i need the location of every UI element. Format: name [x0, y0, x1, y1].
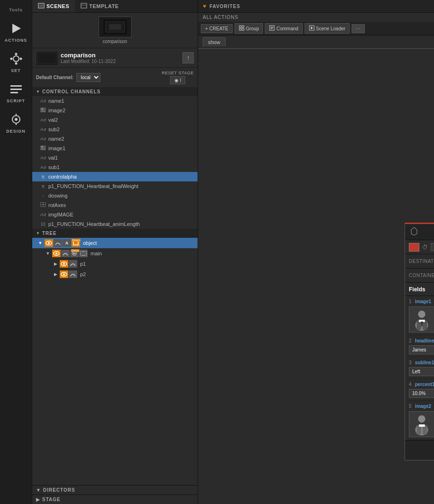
field-name-3: subline1	[415, 360, 434, 365]
svg-rect-50	[242, 28, 244, 30]
channel-p1-function-heartbeat[interactable]: π p1_FUNCTION_Heartbeat_finalWeight	[32, 181, 198, 191]
field-image-row-1: IMAGE*/nQuadDemo/portraits/portrait_02 …	[409, 306, 434, 333]
tree-row-p1[interactable]: ▶ p1	[32, 259, 198, 269]
group-label: Group	[246, 26, 259, 31]
svg-rect-49	[239, 28, 241, 30]
tree-row-p2[interactable]: ▶ p2	[32, 269, 198, 279]
tree-icons-p1	[60, 260, 77, 268]
scene-info-date: Last Modified: 10-11-2022	[61, 59, 116, 64]
script-icon	[8, 81, 25, 98]
color-swatch[interactable]	[409, 243, 419, 252]
tree-expand-p1[interactable]: ▶	[52, 261, 59, 266]
sidebar-item-set[interactable]: SET	[0, 46, 32, 77]
tree-expand-p2[interactable]: ▶	[52, 272, 59, 277]
channel-val2[interactable]: Aɑ val2	[32, 115, 198, 125]
directors-section[interactable]: ▼ DIRECTORS	[32, 485, 198, 495]
ch-grid-icon	[40, 202, 46, 208]
ch-text-icon5: Aɑ	[40, 155, 46, 160]
favorites-header: ♥ FAVORITES	[198, 0, 434, 13]
tree-expand-object[interactable]: ▼	[37, 241, 44, 245]
scene-loader-button[interactable]: Scene Loader	[305, 23, 350, 34]
tree-header[interactable]: ▼ TREE	[32, 229, 198, 238]
time-input[interactable]	[431, 243, 434, 251]
stage-section[interactable]: ▶ STAGE	[32, 495, 198, 504]
command-label: Command	[276, 26, 298, 31]
svg-point-59	[418, 311, 425, 318]
tab-scenes[interactable]: SCENES	[32, 0, 75, 12]
more-button[interactable]: ⋯	[352, 24, 365, 33]
svg-rect-40	[81, 254, 82, 255]
object-panel-header: object	[405, 224, 434, 240]
group-icon	[239, 25, 244, 32]
upload-button[interactable]: ↑	[182, 52, 194, 63]
channel-name1[interactable]: Aɑ name1	[32, 96, 198, 106]
svg-rect-41	[85, 252, 86, 253]
field-item-2: 2 headline1	[405, 335, 434, 357]
field-item-3: 3 subline1	[405, 357, 434, 379]
field-value-2[interactable]	[409, 345, 434, 354]
command-button[interactable]: Command	[265, 23, 302, 34]
tree-expand-main[interactable]: ▼	[45, 251, 51, 256]
object-panel-icon	[410, 227, 418, 237]
channel-controlalpha[interactable]: π controlalpha	[32, 172, 198, 181]
channel-p1-animlength[interactable]: |2| p1_FUNCTION_Heartbeat_animLength	[32, 219, 198, 229]
field-value-3[interactable]	[409, 367, 434, 376]
tree-icons-main: Demo	[52, 250, 88, 257]
container-name-label: CONTAINER NAME	[409, 273, 434, 278]
default-channel-label: Default Channel:	[36, 75, 73, 80]
create-button[interactable]: + CREATE	[201, 24, 233, 33]
group-button[interactable]: Group	[235, 23, 263, 34]
curve-icon-p2	[69, 270, 77, 278]
svg-rect-19	[109, 24, 121, 30]
create-label: CREATE	[209, 26, 228, 31]
channel-sub2[interactable]: Aɑ sub2	[32, 125, 198, 134]
field-name-5: image2	[415, 404, 431, 409]
channel-name2[interactable]: Aɑ name2	[32, 134, 198, 144]
object-controls-row: ⏱ ms ⊞ none GPI	[405, 240, 434, 254]
channel-image2[interactable]: image2	[32, 106, 198, 115]
scenes-tab-icon	[38, 3, 45, 9]
svg-point-2	[15, 53, 17, 55]
tab-template[interactable]: TEMPLATE	[75, 0, 124, 12]
channel-image1[interactable]: image1	[32, 144, 198, 153]
svg-rect-69	[423, 425, 427, 434]
svg-rect-61	[416, 321, 421, 330]
channel-rotaxes[interactable]: rotAxes	[32, 200, 198, 210]
field-name-2: headline1	[415, 338, 434, 343]
tree-row-main[interactable]: ▼ Demo	[32, 248, 198, 259]
field-name-4: percent1	[415, 382, 434, 387]
ch-text-icon2: Aɑ	[40, 117, 46, 122]
svg-marker-37	[73, 252, 76, 254]
ch-pi-icon: π	[40, 174, 46, 180]
channel-imgimage[interactable]: Aɑ imgIMAGE	[32, 210, 198, 219]
show-tab-item[interactable]: show	[203, 37, 226, 46]
tree-row-object[interactable]: ▼ A Object	[32, 238, 198, 248]
all-actions-bar: ALL ACTIONS	[198, 13, 434, 22]
scene-loader-icon	[309, 25, 315, 32]
tree-name-p2: p2	[80, 271, 86, 277]
channel-val1[interactable]: Aɑ val1	[32, 153, 198, 162]
svg-rect-15	[81, 3, 87, 8]
ch-img-icon2	[40, 145, 46, 151]
top-section: SCENES TEMPLATE comparison	[32, 0, 434, 504]
ch-img-icon	[40, 108, 46, 113]
reset-stage-button[interactable]: ◉ I	[170, 76, 186, 84]
svg-rect-33	[73, 241, 78, 245]
default-channel-select[interactable]: local	[76, 73, 100, 82]
destination-row: DESTINATION: RENDERER SCENE	[405, 254, 434, 269]
scene-card-name: comparison	[103, 39, 127, 44]
sidebar-item-design[interactable]: DESIGN	[0, 107, 32, 137]
svg-rect-68	[416, 425, 421, 434]
sidebar-item-actions[interactable]: ACTIONS	[0, 16, 32, 46]
show-tab-area: show	[198, 36, 434, 49]
control-channels-header[interactable]: ▼ CONTROL CHANNELS	[32, 87, 198, 96]
ch-text-icon4: Aɑ	[40, 136, 46, 141]
channel-doswing[interactable]: ·· doswing	[32, 191, 198, 200]
scene-thumbnail	[99, 17, 132, 37]
sidebar-item-script[interactable]: SCRIPT	[0, 77, 32, 107]
curve-icon-main	[61, 250, 70, 257]
channel-sub1[interactable]: Aɑ sub1	[32, 162, 198, 172]
tree-section: ▼ TREE ▼	[32, 229, 198, 485]
svg-marker-57	[411, 227, 417, 235]
field-value-4[interactable]	[409, 389, 434, 398]
